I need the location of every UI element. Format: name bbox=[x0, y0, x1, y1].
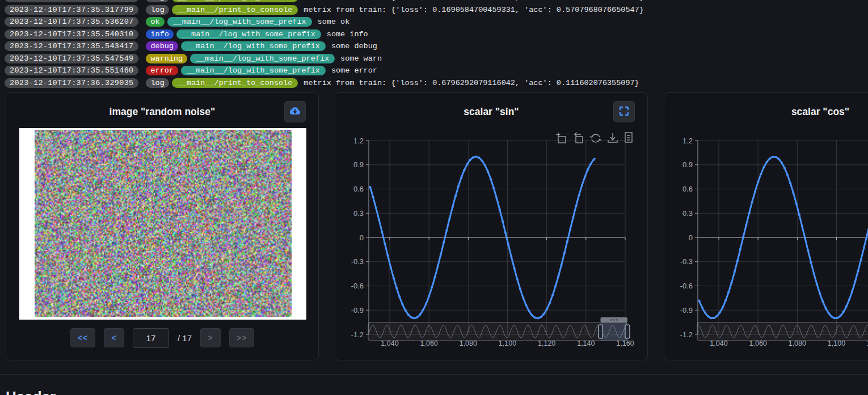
random-noise-image bbox=[35, 130, 292, 317]
log-prefix-badge: __main__/log_with_some_prefix bbox=[176, 29, 321, 39]
log-level-badge: log bbox=[146, 78, 168, 88]
image-panel: image "random noise" << < / 17 > >> bbox=[6, 92, 319, 360]
log-row: 2023-12-10T17:37:35.540310info__main__/l… bbox=[5, 29, 868, 40]
y-axis-tick-label: -0.6 bbox=[680, 282, 693, 290]
prev-page-button[interactable]: < bbox=[104, 328, 124, 347]
log-prefix-badge: __main__/log_with_some_prefix bbox=[181, 66, 326, 75]
log-timestamp-badge: 2023-12-10T17:37:35.540310 bbox=[5, 29, 138, 39]
y-axis-tick-label: 0 bbox=[360, 233, 364, 242]
datazoom-slider[interactable] bbox=[368, 317, 630, 341]
log-message: some warn bbox=[340, 54, 382, 63]
log-prefix-badge: __main__/print_to_console bbox=[172, 5, 298, 15]
log-timestamp-badge: 2023-12-10T17:37:35.536207 bbox=[5, 17, 138, 27]
log-level-badge: log bbox=[146, 0, 168, 2]
y-axis-tick-label: -0.3 bbox=[351, 257, 364, 266]
fullscreen-icon bbox=[618, 105, 630, 118]
log-message: metrix from train: {'loss': 0.1690584700… bbox=[304, 6, 644, 14]
section-divider bbox=[0, 374, 868, 375]
cos-chart: 1.20.90.60.30-0.3-0.6-0.9-1.21,0401,0601… bbox=[664, 93, 868, 361]
y-axis-tick-label: 1.2 bbox=[353, 137, 364, 145]
x-axis-tick-label: 1,100 bbox=[499, 339, 516, 347]
x-axis-tick-label: 1,100 bbox=[828, 339, 845, 347]
log-message: some info bbox=[327, 30, 368, 39]
y-axis-tick-label: -1.2 bbox=[351, 330, 364, 339]
x-axis-tick-label: 1,040 bbox=[710, 339, 727, 347]
log-message: some debug bbox=[331, 42, 377, 50]
log-message: metrix from train: {'loss': 0.1690584700… bbox=[304, 0, 644, 2]
toolbox-box-zoom-icon[interactable] bbox=[557, 133, 566, 143]
sin-panel-title: scalar "sin" bbox=[464, 106, 519, 118]
cos-panel-header: scalar "cos" bbox=[664, 93, 868, 130]
log-level-badge: ok bbox=[146, 17, 164, 27]
y-axis-tick-label: 0.6 bbox=[682, 185, 693, 193]
log-timestamp-badge: 2023-12-10T17:37:35.543417 bbox=[5, 41, 138, 51]
footer-heading: Header bbox=[6, 389, 56, 395]
datazoom-selection[interactable] bbox=[601, 322, 627, 341]
log-prefix-badge: __main__/print_to_console bbox=[172, 0, 298, 2]
y-axis-tick-label: 0 bbox=[689, 233, 693, 242]
x-axis-tick-label: 1,060 bbox=[749, 339, 767, 347]
x-axis-tick-label: 1,080 bbox=[460, 339, 477, 347]
cards-row: image "random noise" << < / 17 > >> 1.20… bbox=[6, 92, 868, 360]
log-timestamp-badge: 2023-12-10T17:37:35.547549 bbox=[5, 54, 138, 63]
log-message: some error bbox=[331, 66, 377, 75]
log-level-badge: info bbox=[146, 29, 173, 39]
log-prefix-badge: __main__/print_to_console bbox=[172, 78, 298, 88]
log-row: 2023-12-10T17:37:35.317799log__main__/pr… bbox=[5, 5, 868, 16]
log-timestamp-badge: 2023-12-10T17:37:35.317799 bbox=[5, 0, 138, 2]
image-panel-header: image "random noise" bbox=[6, 93, 318, 130]
last-page-button[interactable]: >> bbox=[229, 328, 254, 347]
x-axis-tick-label: 1,120 bbox=[538, 339, 555, 347]
log-row: 2023-12-10T17:37:35.543417debug__main__/… bbox=[5, 41, 868, 52]
log-prefix-badge: __main__/log_with_some_prefix bbox=[190, 54, 335, 63]
log-timestamp-badge: 2023-12-10T17:37:36.329035 bbox=[5, 78, 138, 88]
x-axis-tick-label: 1,060 bbox=[420, 339, 438, 347]
log-row: 2023-12-10T17:37:35.551460error__main__/… bbox=[5, 65, 868, 77]
y-axis-tick-label: -0.9 bbox=[351, 306, 364, 315]
log-prefix-badge: __main__/log_with_some_prefix bbox=[167, 17, 312, 27]
y-axis-tick-label: -1.2 bbox=[680, 330, 693, 339]
sin-chart-panel: 1.20.90.60.30-0.3-0.6-0.9-1.21,0401,0601… bbox=[335, 92, 648, 360]
log-row: 2023-12-10T17:37:36.329035log__main__/pr… bbox=[5, 78, 868, 89]
datazoom-slider[interactable] bbox=[697, 317, 868, 341]
sin-chart: 1.20.90.60.30-0.3-0.6-0.9-1.21,0401,0601… bbox=[335, 93, 648, 361]
y-axis-tick-label: 0.9 bbox=[682, 160, 693, 169]
y-axis-tick-label: 0.6 bbox=[353, 185, 364, 193]
page-number-input[interactable] bbox=[133, 328, 169, 348]
log-level-badge: warning bbox=[146, 54, 187, 63]
log-level-badge: log bbox=[146, 5, 168, 15]
toolbox-refresh-icon[interactable] bbox=[590, 134, 601, 142]
log-message: metrix from train: {'loss': 0.6796292079… bbox=[304, 79, 639, 87]
page-total-label: / 17 bbox=[178, 333, 192, 343]
noise-figure bbox=[19, 128, 306, 320]
y-axis-tick-label: -0.9 bbox=[680, 306, 693, 315]
x-axis-tick-label: 1,080 bbox=[789, 339, 806, 347]
toolbox-save-image-icon[interactable] bbox=[608, 133, 617, 142]
image-pagination: << < / 17 > >> bbox=[6, 328, 318, 348]
log-row: 2023-12-10T17:37:35.317799log__main__/pr… bbox=[5, 0, 868, 3]
y-axis-tick-label: 0.9 bbox=[353, 160, 364, 169]
toolbox-zoom-reset-icon[interactable] bbox=[575, 133, 583, 143]
cloud-download-icon bbox=[288, 104, 302, 120]
y-axis-tick-label: -0.3 bbox=[680, 257, 693, 266]
toolbox-data-view-icon[interactable] bbox=[625, 133, 632, 142]
sin-fullscreen-button[interactable] bbox=[613, 101, 635, 122]
log-level-badge: error bbox=[146, 66, 178, 75]
log-message: some ok bbox=[318, 18, 350, 26]
x-axis-tick-label: 1,040 bbox=[381, 339, 398, 347]
y-axis-tick-label: 1.2 bbox=[682, 137, 693, 145]
first-page-button[interactable]: << bbox=[70, 328, 95, 347]
cos-chart-panel: 1.20.90.60.30-0.3-0.6-0.9-1.21,0401,0601… bbox=[664, 92, 868, 360]
download-image-button[interactable] bbox=[284, 101, 306, 122]
x-axis-tick-label: 1,140 bbox=[577, 339, 595, 347]
log-timestamp-badge: 2023-12-10T17:37:35.317799 bbox=[5, 5, 138, 15]
chart-toolbox bbox=[557, 133, 633, 143]
image-panel-title: image "random noise" bbox=[109, 106, 216, 118]
datazoom-handle[interactable] bbox=[599, 325, 603, 338]
datazoom-handle[interactable] bbox=[625, 325, 630, 338]
log-prefix-badge: __main__/log_with_some_prefix bbox=[181, 41, 326, 51]
y-axis-tick-label: 0.3 bbox=[353, 209, 364, 218]
next-page-button[interactable]: > bbox=[200, 328, 221, 347]
log-row: 2023-12-10T17:37:35.536207ok__main__/log… bbox=[5, 16, 868, 28]
x-axis-tick-label: 1,160 bbox=[616, 339, 634, 347]
